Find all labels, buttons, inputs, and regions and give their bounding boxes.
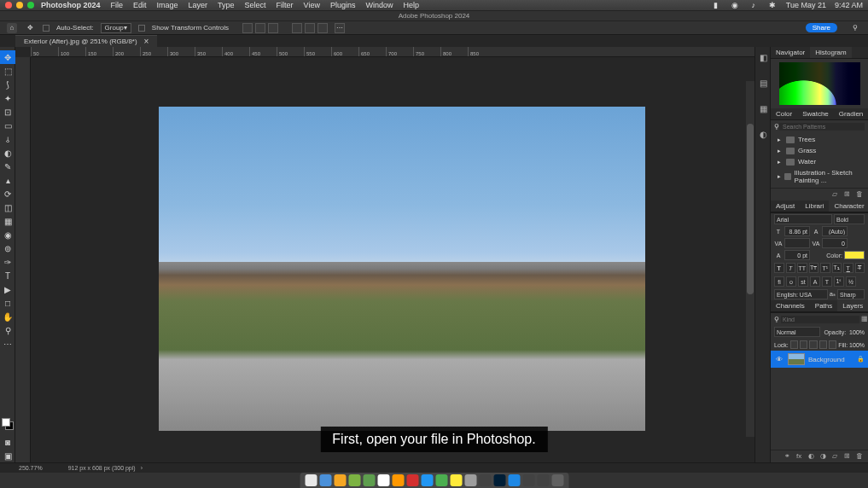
- canvas-image[interactable]: [159, 107, 645, 431]
- view-menu[interactable]: View: [304, 1, 320, 9]
- lock-pixels-icon[interactable]: [800, 340, 807, 349]
- dock-app-other3[interactable]: [537, 474, 549, 486]
- character-tab[interactable]: Character: [829, 200, 868, 212]
- antialiasing-dropdown[interactable]: Sharp: [837, 289, 865, 299]
- dock-app-safari[interactable]: [319, 474, 331, 486]
- delete-layer-icon[interactable]: 🗑: [856, 452, 865, 461]
- dock-app-preview[interactable]: [464, 474, 476, 486]
- layer-visibility-toggle[interactable]: 👁: [774, 354, 784, 364]
- adjustments-panel-icon[interactable]: ◐: [755, 127, 771, 141]
- align-top-icon[interactable]: [292, 23, 302, 33]
- libraries-panel-icon[interactable]: ▦: [755, 102, 771, 115]
- eyedropper-tool[interactable]: ⫰: [0, 132, 15, 146]
- dock-app-facetime[interactable]: [363, 474, 375, 486]
- layer-mask-icon[interactable]: ◐: [808, 452, 817, 461]
- rectangle-tool[interactable]: □: [0, 296, 15, 310]
- search-icon[interactable]: ⚲: [849, 22, 861, 34]
- wifi-icon[interactable]: ◉: [730, 0, 740, 10]
- magic-wand-tool[interactable]: ✦: [0, 91, 15, 105]
- layers-tab[interactable]: Layers: [837, 300, 868, 311]
- lock-all-icon[interactable]: [829, 340, 836, 349]
- image-menu[interactable]: Image: [157, 1, 178, 9]
- superscript-button[interactable]: T¹: [820, 263, 830, 273]
- path-selection-tool[interactable]: ▶: [0, 282, 15, 296]
- swash-button[interactable]: A: [810, 276, 820, 287]
- minimize-window-button[interactable]: [16, 2, 23, 9]
- dock-app-word[interactable]: [421, 474, 433, 486]
- plugins-menu[interactable]: Plugins: [330, 1, 356, 9]
- layer-style-icon[interactable]: fx: [796, 452, 805, 461]
- filter-type-pixel-icon[interactable]: ▦: [861, 315, 868, 323]
- new-layer-icon[interactable]: ⊞: [844, 452, 853, 461]
- pattern-folder-illustration[interactable]: ▸ Illustration - Sketch Painting ...: [774, 167, 865, 186]
- document-info[interactable]: 912 px x 608 px (300 ppi): [68, 465, 136, 471]
- new-pattern-icon[interactable]: ⊞: [844, 190, 853, 199]
- dock-app-terminal[interactable]: [479, 474, 491, 486]
- pattern-folder-grass[interactable]: ▸ Grass: [774, 145, 865, 156]
- color-swatches[interactable]: [0, 416, 15, 432]
- hand-tool[interactable]: ✋: [0, 310, 15, 323]
- edit-menu[interactable]: Edit: [133, 1, 147, 9]
- bold-button[interactable]: T: [774, 263, 784, 273]
- kerning-dropdown[interactable]: [784, 238, 810, 248]
- zoom-tool[interactable]: ⚲: [0, 323, 15, 337]
- show-transform-checkbox[interactable]: [138, 25, 145, 32]
- layer-thumbnail[interactable]: [788, 353, 805, 365]
- strikethrough-button[interactable]: T̶: [855, 263, 865, 273]
- titling-button[interactable]: T: [822, 276, 832, 287]
- lasso-tool[interactable]: ⟆: [0, 78, 15, 91]
- dock-app-excel[interactable]: [435, 474, 447, 486]
- text-color-swatch[interactable]: [844, 251, 865, 259]
- vertical-scrollbar[interactable]: [746, 81, 754, 437]
- adjustments-tab[interactable]: Adjust: [771, 200, 800, 212]
- layer-group-icon[interactable]: ▱: [832, 452, 841, 461]
- lock-icon[interactable]: 🔒: [857, 356, 865, 363]
- contextual-button[interactable]: st: [798, 276, 808, 287]
- layers-filter-input[interactable]: [781, 316, 859, 323]
- histogram-display[interactable]: [779, 62, 860, 105]
- align-right-icon[interactable]: [268, 23, 278, 33]
- patterns-search-input[interactable]: [779, 123, 865, 131]
- link-layers-icon[interactable]: ⚭: [784, 452, 793, 461]
- auto-select-dropdown[interactable]: Group ▾: [101, 23, 131, 33]
- canvas-viewport[interactable]: [31, 57, 754, 462]
- dock-app-other2[interactable]: [522, 474, 534, 486]
- volume-icon[interactable]: ♪: [749, 0, 759, 10]
- fill-value[interactable]: 100%: [849, 342, 865, 348]
- more-options-icon[interactable]: ⋯: [335, 23, 345, 33]
- dock-app-acrobat[interactable]: [406, 474, 418, 486]
- underline-button[interactable]: T: [843, 263, 853, 273]
- pen-tool[interactable]: ✑: [0, 255, 15, 269]
- move-tool[interactable]: ✥: [0, 50, 15, 64]
- lock-transparency-icon[interactable]: [790, 340, 798, 349]
- paths-tab[interactable]: Paths: [810, 300, 837, 311]
- histogram-tab[interactable]: Histogram: [810, 47, 851, 58]
- color-panel-icon[interactable]: ◧: [755, 50, 771, 64]
- adjustment-layer-icon[interactable]: ◑: [820, 452, 829, 461]
- baseline-input[interactable]: [784, 250, 810, 260]
- crop-tool[interactable]: ⊡: [0, 105, 15, 119]
- frame-tool[interactable]: ▭: [0, 119, 15, 132]
- dock-app-finder[interactable]: [305, 474, 317, 486]
- dock-app-maps[interactable]: [334, 474, 346, 486]
- libraries-tab[interactable]: Librari: [800, 200, 829, 212]
- subscript-button[interactable]: T₁: [832, 263, 842, 273]
- eraser-tool[interactable]: ◫: [0, 200, 15, 214]
- battery-icon[interactable]: ▮: [711, 0, 721, 10]
- clock-time[interactable]: 9:42 AM: [835, 1, 863, 9]
- help-menu[interactable]: Help: [404, 1, 420, 9]
- lock-artboard-icon[interactable]: [819, 340, 827, 349]
- align-left-icon[interactable]: [242, 23, 253, 33]
- layer-menu[interactable]: Layer: [189, 1, 208, 9]
- dock-app-messages[interactable]: [348, 474, 360, 486]
- document-tab[interactable]: Exterior (After).jpg @ 251% (RGB/8*) ×: [15, 35, 157, 47]
- pattern-folder-trees[interactable]: ▸ Trees: [774, 134, 865, 145]
- brush-tool[interactable]: ✎: [0, 160, 15, 173]
- gradients-tab[interactable]: Gradien: [834, 108, 868, 119]
- select-menu[interactable]: Select: [245, 1, 266, 9]
- clock-date[interactable]: Tue May 21: [786, 1, 826, 9]
- horizontal-ruler[interactable]: 50 100 150 200 250 300 350 400 450 500 5…: [31, 47, 754, 57]
- channels-tab[interactable]: Channels: [771, 300, 810, 311]
- share-button[interactable]: Share: [806, 23, 837, 32]
- pattern-folder-water[interactable]: ▸ Water: [774, 156, 865, 167]
